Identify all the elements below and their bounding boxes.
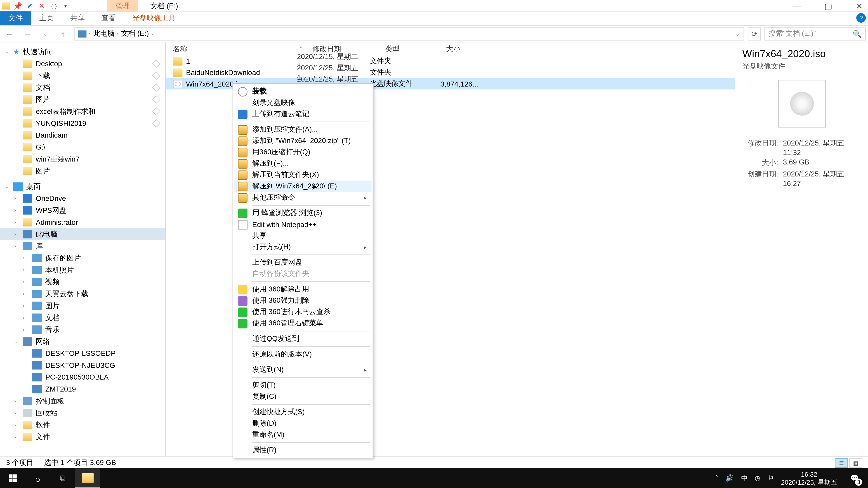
tree-expand-icon[interactable]: › bbox=[14, 398, 16, 404]
sidebar-item[interactable]: 文档 bbox=[0, 82, 165, 94]
sidebar-item[interactable]: G:\ bbox=[0, 141, 165, 153]
sidebar-item[interactable]: ›保存的图片 bbox=[0, 252, 165, 264]
chevron-right-icon[interactable]: › bbox=[117, 31, 119, 37]
context-menu-item[interactable]: Edit with Notepad++ bbox=[235, 219, 372, 230]
tray-overflow-icon[interactable]: ˄ bbox=[715, 475, 719, 482]
sidebar-item[interactable]: ›库 bbox=[0, 240, 165, 252]
tree-expand-icon[interactable]: › bbox=[14, 195, 16, 201]
tree-expand-icon[interactable]: › bbox=[14, 207, 16, 213]
tree-expand-icon[interactable]: › bbox=[23, 255, 24, 261]
sidebar-item[interactable]: ›WPS网盘 bbox=[0, 204, 165, 217]
context-menu-item[interactable]: 解压到(F)... bbox=[235, 158, 372, 169]
sidebar-item[interactable]: DESKTOP-NJEU3CG bbox=[0, 359, 165, 371]
qat-pin-icon[interactable]: 📌 bbox=[12, 0, 24, 11]
context-menu-item[interactable]: 创建快捷方式(S) bbox=[235, 406, 372, 418]
tree-expand-icon[interactable]: › bbox=[23, 327, 24, 332]
sidebar-item[interactable]: 下载 bbox=[0, 70, 165, 82]
context-menu-item[interactable]: 用 蜂蜜浏览器 浏览(3) bbox=[235, 207, 372, 219]
context-menu-item[interactable]: 通过QQ发送到 bbox=[235, 333, 372, 345]
context-menu-item[interactable]: 重命名(M) bbox=[235, 429, 372, 440]
chevron-right-icon[interactable]: › bbox=[89, 31, 91, 37]
tree-expand-icon[interactable]: › bbox=[14, 243, 16, 249]
context-menu-item[interactable]: 添加到压缩文件(A)... bbox=[235, 124, 372, 135]
context-menu-item[interactable]: 解压到 Win7x64_2020\ (E) bbox=[235, 181, 372, 192]
view-details-button[interactable]: ☰ bbox=[835, 458, 848, 467]
address-segment-root[interactable]: 此电脑 bbox=[93, 29, 115, 39]
sidebar-item[interactable]: 图片 bbox=[0, 94, 165, 105]
address-bar[interactable]: › 此电脑 › 文档 (E:) › ⌄ bbox=[74, 27, 744, 40]
file-row[interactable]: 12020/12/15, 星期二 1...文件夹 bbox=[166, 55, 735, 67]
taskbar-explorer-button[interactable] bbox=[75, 468, 100, 488]
start-button[interactable] bbox=[0, 468, 25, 488]
context-menu-item[interactable]: 属性(R) bbox=[235, 445, 372, 456]
taskbar-search-button[interactable]: ⌕ bbox=[25, 468, 50, 488]
sidebar-item[interactable]: ›Administrator bbox=[0, 217, 165, 228]
context-menu-item[interactable]: 用360压缩打开(Q) bbox=[235, 147, 372, 158]
tree-expand-icon[interactable]: › bbox=[14, 410, 16, 416]
maximize-button[interactable]: ▢ bbox=[820, 1, 836, 11]
tree-expand-icon[interactable]: › bbox=[23, 291, 24, 297]
qat-dropdown-icon[interactable]: ▾ bbox=[60, 0, 72, 11]
context-menu-item[interactable]: 剪切(T) bbox=[235, 380, 372, 391]
tree-expand-icon[interactable]: ⌄ bbox=[5, 49, 9, 55]
chevron-right-icon[interactable]: › bbox=[151, 31, 153, 37]
tree-expand-icon[interactable]: ⌄ bbox=[14, 338, 19, 344]
ribbon-tab-disc-image-tools[interactable]: 光盘映像工具 bbox=[124, 11, 184, 25]
tray-sync-icon[interactable]: ◷ bbox=[755, 475, 761, 482]
column-type[interactable]: 类型 bbox=[378, 44, 439, 54]
context-menu-item[interactable]: 刻录光盘映像 bbox=[235, 97, 372, 108]
column-name[interactable]: 名称 bbox=[166, 44, 297, 54]
tray-security-icon[interactable]: ⚐ bbox=[768, 475, 774, 482]
sidebar-item[interactable]: Desktop bbox=[0, 58, 165, 70]
sidebar-item[interactable]: ›本机照片 bbox=[0, 264, 165, 276]
context-menu-item[interactable]: 使用 360解除占用 bbox=[235, 284, 372, 295]
sidebar-item[interactable]: ›此电脑 bbox=[0, 228, 165, 240]
sidebar-network[interactable]: ⌄ 网络 bbox=[0, 335, 165, 348]
context-menu-item[interactable]: 其他压缩命令▸ bbox=[235, 192, 372, 203]
ribbon-tab-view[interactable]: 查看 bbox=[93, 11, 124, 25]
context-menu-item[interactable]: 删除(D) bbox=[235, 418, 372, 429]
task-view-button[interactable]: ⧉ bbox=[50, 468, 75, 488]
context-menu-item[interactable]: 上传到有道云笔记 bbox=[235, 108, 372, 120]
sidebar-item[interactable]: ›天翼云盘下载 bbox=[0, 288, 165, 300]
address-segment-current[interactable]: 文档 (E:) bbox=[121, 29, 149, 39]
sidebar-item[interactable]: PC-20190530OBLA bbox=[0, 371, 165, 383]
context-menu-item[interactable]: 使用 360进行木马云查杀 bbox=[235, 306, 372, 318]
context-menu-item[interactable]: 装载 bbox=[235, 86, 372, 97]
tree-expand-icon[interactable]: › bbox=[14, 231, 16, 237]
context-menu-item[interactable]: 使用 360强力删除 bbox=[235, 295, 372, 306]
sidebar-item[interactable]: ›软件 bbox=[0, 419, 165, 431]
context-menu-item[interactable]: 还原以前的版本(V) bbox=[235, 349, 372, 360]
tree-expand-icon[interactable]: › bbox=[14, 219, 16, 225]
sidebar-item[interactable]: ›OneDrive bbox=[0, 193, 165, 204]
tree-expand-icon[interactable]: › bbox=[23, 315, 24, 321]
taskbar-clock[interactable]: 16:32 2020/12/25, 星期五 bbox=[781, 471, 837, 486]
context-menu-item[interactable]: 共享 bbox=[235, 230, 372, 241]
sidebar-item[interactable]: DESKTOP-LSSOEDP bbox=[0, 348, 165, 359]
view-thumbnails-button[interactable]: ▦ bbox=[849, 458, 862, 467]
sidebar-item[interactable]: ›回收站 bbox=[0, 407, 165, 419]
qat-check-icon[interactable]: ✔ bbox=[24, 0, 36, 11]
sidebar-item[interactable]: ZMT2019 bbox=[0, 383, 165, 395]
sidebar-item[interactable]: ›音乐 bbox=[0, 324, 165, 335]
context-menu-item[interactable]: 复制(C) bbox=[235, 391, 372, 402]
qat-close-icon[interactable]: ✕ bbox=[36, 0, 48, 11]
ribbon-tab-home[interactable]: 主页 bbox=[31, 11, 62, 25]
ribbon-tab-file[interactable]: 文件 bbox=[0, 11, 31, 25]
nav-back-button[interactable]: ← bbox=[2, 29, 17, 38]
context-menu-item[interactable]: 解压到当前文件夹(X) bbox=[235, 169, 372, 181]
tree-expand-icon[interactable]: › bbox=[14, 434, 16, 440]
context-menu-item[interactable]: 添加到 "Win7x64_2020.zip" (T) bbox=[235, 135, 372, 147]
nav-history-dropdown[interactable]: ⌄ bbox=[38, 31, 53, 37]
minimize-button[interactable]: — bbox=[789, 1, 805, 11]
tree-expand-icon[interactable]: › bbox=[23, 267, 24, 273]
tree-expand-icon[interactable]: › bbox=[14, 422, 16, 428]
address-dropdown-icon[interactable]: ⌄ bbox=[735, 31, 740, 37]
context-menu-item[interactable]: 打开方式(H)▸ bbox=[235, 241, 372, 253]
nav-forward-button[interactable]: → bbox=[20, 29, 35, 38]
refresh-button[interactable]: ⟳ bbox=[748, 27, 761, 40]
sidebar-item[interactable]: ›视频 bbox=[0, 276, 165, 288]
sidebar-desktop-root[interactable]: ⌄ 桌面 bbox=[0, 181, 165, 193]
sidebar-item[interactable]: excel表格制作求和 bbox=[0, 105, 165, 118]
action-center-button[interactable]: 💬 3 bbox=[844, 468, 865, 488]
